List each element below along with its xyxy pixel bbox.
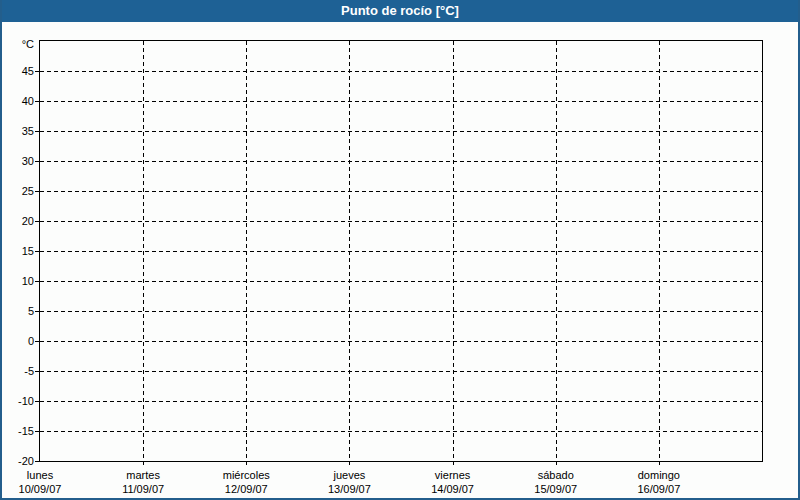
x-day-label: jueves <box>333 469 366 481</box>
y-axis-label: 15 <box>22 245 34 257</box>
y-axis-label: 20 <box>22 215 34 227</box>
x-date-label: 16/09/07 <box>637 483 680 495</box>
x-day-label: domingo <box>638 469 680 481</box>
x-date-label: 10/09/07 <box>19 483 62 495</box>
y-axis-label: 30 <box>22 155 34 167</box>
y-axis-label: -20 <box>18 455 34 467</box>
y-axis-label: 10 <box>22 275 34 287</box>
y-axis-label: 35 <box>22 125 34 137</box>
x-day-label: viernes <box>435 469 471 481</box>
y-axis-label: -5 <box>24 365 34 377</box>
x-day-label: martes <box>126 469 160 481</box>
x-date-label: 11/09/07 <box>122 483 164 495</box>
x-date-label: 12/09/07 <box>225 483 268 495</box>
chart-window: 454035302520151050-5-10-15-20°Clunes10/0… <box>0 0 800 500</box>
y-axis-label: 0 <box>28 335 34 347</box>
y-axis-label: 5 <box>28 305 34 317</box>
y-axis-label: 25 <box>22 185 34 197</box>
y-axis-label: -15 <box>18 425 34 437</box>
dew-point-chart: 454035302520151050-5-10-15-20°Clunes10/0… <box>0 0 800 500</box>
y-axis-unit-label: °C <box>22 38 34 50</box>
y-axis-label: 45 <box>22 65 34 77</box>
x-date-label: 14/09/07 <box>431 483 474 495</box>
x-date-label: 15/09/07 <box>534 483 577 495</box>
x-day-label: sábado <box>538 469 574 481</box>
y-axis-label: -10 <box>18 395 34 407</box>
y-axis-label: 40 <box>22 95 34 107</box>
x-day-label: miércoles <box>223 469 271 481</box>
x-day-label: lunes <box>27 469 54 481</box>
x-date-label: 13/09/07 <box>328 483 371 495</box>
